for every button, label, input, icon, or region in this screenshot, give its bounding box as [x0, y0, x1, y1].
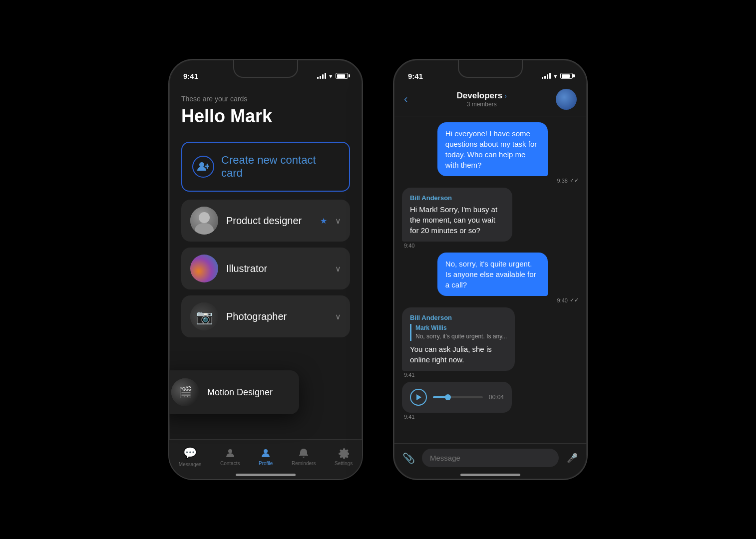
group-name-text[interactable]: Developers: [456, 91, 502, 101]
motion-designer-card[interactable]: 🎬 Motion Designer: [168, 370, 299, 414]
signal-bars-icon: [317, 73, 326, 79]
greeting-main: Hello Mark: [181, 106, 350, 127]
bubble-received-2: Bill Anderson Mark Willis No, sorry, it'…: [402, 307, 515, 371]
reply-quote: Mark Willis No, sorry, it's quite urgent…: [410, 324, 507, 341]
bubble-sent-2: No, sorry, it's quite urgent. Is anyone …: [437, 253, 548, 296]
group-avatar[interactable]: [556, 89, 577, 110]
group-members-count: 3 members: [412, 101, 551, 108]
message-sent-2: No, sorry, it's quite urgent. Is anyone …: [437, 253, 579, 303]
card-name-illustrator: Illustrator: [226, 263, 327, 274]
tab-reminders-label: Reminders: [292, 461, 316, 466]
double-checkmark-2: ✓✓: [570, 297, 579, 303]
messages-header: ‹ Developers › 3 members: [394, 85, 587, 116]
card-avatar-photographer: [190, 302, 218, 330]
audio-waveform: [433, 396, 483, 398]
timestamp-received-2: 9:41: [404, 372, 547, 378]
timestamp-received-1: 9:40: [404, 243, 543, 249]
right-wifi-icon: ▾: [554, 72, 557, 80]
scene: 9:41 ▾ These are your cards Hello Mark: [0, 0, 756, 539]
messages-tab-icon: 💬: [183, 447, 197, 460]
card-avatar-illustrator: [190, 255, 218, 282]
card-name-photographer: Photographer: [226, 311, 327, 322]
tab-messages[interactable]: 💬 Messages: [179, 447, 202, 467]
back-button[interactable]: ‹: [404, 93, 407, 106]
right-home-indicator: [460, 474, 520, 476]
microphone-icon: 🎤: [567, 453, 578, 464]
right-status-time: 9:41: [408, 72, 423, 80]
right-phone-content: ‹ Developers › 3 members Hi everyone! I …: [394, 85, 587, 479]
bubble-received-1: Bill Anderson Hi Mark! Sorry, I'm busy a…: [402, 188, 512, 242]
svg-point-0: [199, 162, 204, 167]
right-status-bar: 9:41 ▾: [394, 60, 587, 85]
create-card-icon: [192, 156, 214, 178]
tab-bar: 💬 Messages Contacts Profile: [169, 439, 362, 479]
tab-contacts-label: Contacts: [220, 461, 240, 466]
message-received-1: Bill Anderson Hi Mark! Sorry, I'm busy a…: [402, 188, 543, 249]
card-item-illustrator[interactable]: Illustrator ∨: [181, 248, 350, 289]
mic-button[interactable]: 🎤: [564, 450, 581, 467]
audio-duration: 00:04: [489, 394, 504, 401]
group-chevron-icon: ›: [504, 92, 507, 100]
left-phone: 9:41 ▾ These are your cards Hello Mark: [168, 59, 363, 480]
contacts-tab-icon: [225, 448, 236, 459]
right-signal-bars-icon: [542, 73, 551, 79]
paperclip-icon: 📎: [402, 452, 415, 464]
reply-quote-text: No, sorry, it's quite urgent. Is any...: [415, 332, 507, 341]
bubble-sent-1: Hi everyone! I have some questions about…: [437, 122, 548, 176]
tab-contacts[interactable]: Contacts: [220, 448, 240, 466]
tab-settings[interactable]: Settings: [335, 448, 353, 466]
audio-message: 00:04 9:41: [402, 382, 512, 420]
right-status-icons: ▾: [542, 72, 573, 80]
motion-designer-name: Motion Designer: [207, 387, 273, 398]
chevron-down-icon-illustrator: ∨: [335, 264, 341, 273]
card-name-product: Product designer: [226, 215, 316, 227]
star-icon: ★: [320, 216, 327, 226]
play-triangle-icon: [416, 394, 421, 400]
tab-settings-label: Settings: [335, 461, 353, 466]
message-input[interactable]: [422, 449, 559, 467]
tab-profile-label: Profile: [259, 461, 273, 466]
timestamp-sent-2: 9:40 ✓✓: [437, 297, 579, 303]
sender-name-1: Bill Anderson: [410, 194, 504, 203]
wifi-icon: ▾: [329, 72, 333, 80]
left-phone-content: These are your cards Hello Mark Create n…: [169, 95, 362, 337]
battery-icon: [336, 73, 348, 79]
add-person-icon: [197, 162, 209, 172]
card-item-product-designer[interactable]: Product designer ★ ∨: [181, 200, 350, 242]
chevron-down-icon-photographer: ∨: [335, 312, 341, 321]
sender-name-2: Bill Anderson: [410, 313, 507, 322]
card-avatar-product: [190, 207, 218, 235]
timestamp-sent-1: 9:38 ✓✓: [437, 177, 579, 184]
group-name-section: Developers › 3 members: [412, 91, 551, 108]
left-status-bar: 9:41 ▾: [169, 60, 362, 85]
svg-point-3: [228, 449, 232, 453]
home-indicator: [236, 474, 296, 476]
reply-quote-sender: Mark Willis: [415, 324, 507, 332]
message-sent-1: Hi everyone! I have some questions about…: [437, 122, 579, 184]
motion-avatar: 🎬: [171, 378, 199, 406]
double-checkmark-1: ✓✓: [570, 177, 579, 184]
play-button[interactable]: [410, 389, 427, 406]
svg-point-4: [264, 449, 268, 453]
left-status-icons: ▾: [317, 72, 348, 80]
create-card-button[interactable]: Create new contact card: [181, 142, 350, 192]
settings-tab-icon: [338, 448, 349, 459]
profile-tab-icon: [260, 448, 271, 459]
card-item-photographer[interactable]: Photographer ∨: [181, 295, 350, 337]
messages-list: Hi everyone! I have some questions about…: [394, 116, 587, 443]
timestamp-audio: 9:41: [404, 414, 512, 420]
attach-button[interactable]: 📎: [400, 450, 417, 467]
message-received-2: Bill Anderson Mark Willis No, sorry, it'…: [402, 307, 547, 378]
tab-messages-label: Messages: [179, 462, 202, 467]
chevron-down-icon-product: ∨: [335, 216, 341, 226]
audio-bubble: 00:04: [402, 382, 512, 413]
tab-profile[interactable]: Profile: [259, 448, 273, 466]
audio-scrubber-dot: [445, 394, 451, 400]
right-battery-icon: [560, 73, 573, 79]
greeting-sub: These are your cards: [181, 95, 350, 103]
card-name-row-product: Product designer ★: [226, 215, 327, 227]
tab-reminders[interactable]: Reminders: [292, 448, 316, 466]
reminders-tab-icon: [298, 448, 309, 459]
create-card-label: Create new contact card: [221, 154, 339, 180]
right-phone: 9:41 ▾ ‹ Developers: [393, 59, 588, 480]
